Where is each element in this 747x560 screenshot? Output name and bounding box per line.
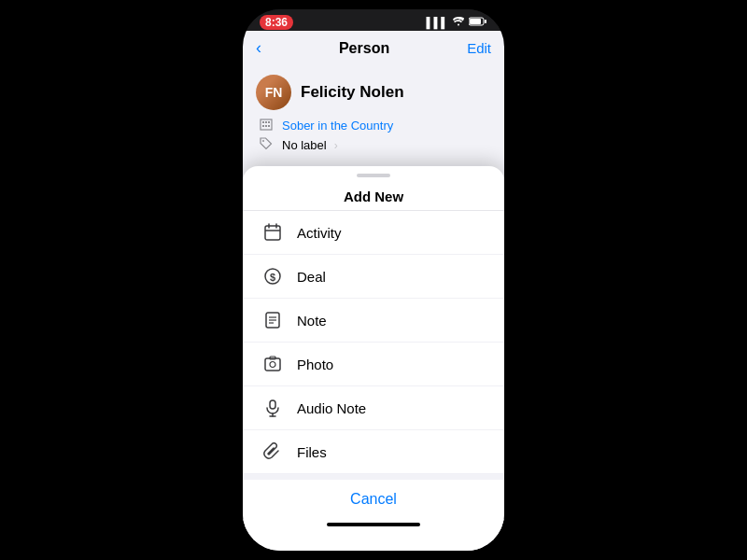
svg-text:$: $ [270,272,275,283]
svg-rect-2 [485,20,486,23]
svg-rect-27 [270,400,275,409]
status-icons: ▌▌▌ [427,17,487,28]
signal-icon: ▌▌▌ [427,17,448,28]
svg-rect-4 [262,121,264,123]
nav-title: Person [339,40,389,57]
mic-icon [261,397,284,419]
activity-icon [261,221,284,244]
profile-section: FN Felicity Nolen Sober in the [243,65,504,164]
svg-rect-3 [261,119,272,130]
svg-rect-24 [265,358,280,371]
status-bar: 8:36 ▌▌▌ [243,9,504,31]
phone-frame: 8:36 ▌▌▌ ‹ Person Edit [243,9,504,551]
deal-label: Deal [297,269,326,285]
label-chevron[interactable]: › [334,139,338,152]
add-new-sheet: Add New Activity [243,166,504,551]
battery-icon [469,17,487,28]
nav-bar: ‹ Person Edit [243,31,504,65]
building-icon [258,118,275,133]
svg-rect-5 [265,121,267,123]
sheet-title: Add New [243,181,504,210]
svg-rect-9 [268,125,270,127]
edit-button[interactable]: Edit [467,40,491,56]
svg-rect-14 [265,226,280,240]
home-indicator [243,519,504,532]
wifi-icon [452,17,465,28]
add-audio-item[interactable]: Audio Note [243,386,504,430]
status-time: 8:36 [260,15,293,29]
label-row: No label › [256,137,491,153]
deal-icon: $ [261,265,284,287]
svg-rect-7 [262,125,264,127]
sheet-handle [357,174,390,177]
avatar-image: FN [256,75,291,110]
note-icon [261,309,284,331]
svg-rect-8 [265,125,267,127]
cancel-button[interactable]: Cancel [243,480,504,519]
company-link[interactable]: Sober in the Country [282,119,393,133]
svg-rect-6 [268,121,270,123]
label-text: No label [282,138,327,152]
main-content: FN Felicity Nolen Sober in the [243,65,504,551]
photo-icon [261,353,284,375]
svg-point-10 [262,140,264,142]
add-files-item[interactable]: Files [243,430,504,474]
avatar: FN [256,75,291,110]
files-label: Files [297,444,327,460]
add-photo-item[interactable]: Photo [243,343,504,386]
svg-point-25 [270,362,275,368]
add-activity-item[interactable]: Activity [243,211,504,255]
note-label: Note [297,313,327,329]
svg-rect-1 [470,19,481,24]
company-row: Sober in the Country [256,118,491,133]
profile-row: FN Felicity Nolen [256,75,491,110]
audio-label: Audio Note [297,400,366,416]
tag-icon [258,137,275,153]
home-bar [327,523,420,526]
add-note-item[interactable]: Note [243,299,504,343]
photo-label: Photo [297,357,333,372]
time-badge: 8:36 [260,15,293,30]
profile-name: Felicity Nolen [301,83,404,102]
paperclip-icon [261,441,284,463]
activity-label: Activity [297,225,342,241]
back-button[interactable]: ‹ [256,38,261,58]
add-deal-item[interactable]: $ Deal [243,255,504,299]
